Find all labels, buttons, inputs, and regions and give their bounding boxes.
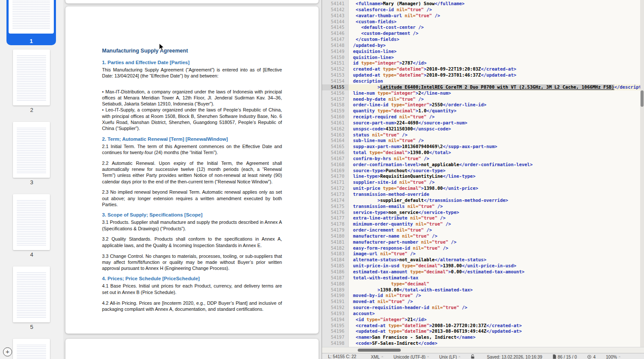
code-line[interactable]: 54174 >supplier_default</transmission-me… <box>322 198 644 204</box>
code-line[interactable]: 54165supp-aux-part-num>1013607940469\2</… <box>322 144 644 150</box>
code-line[interactable]: 54148/updated-by> <box>322 43 644 49</box>
code-text: moved-by-id nil="true" /> <box>349 293 644 299</box>
code-line[interactable]: 54178minimum-order-quantity nil="true" /… <box>322 221 644 227</box>
code-line[interactable]: 54149equisition-line> <box>322 49 644 55</box>
horizontal-scrollbar-thumb[interactable] <box>358 349 401 352</box>
code-line[interactable]: 54168order-confirmation-level>not_applic… <box>322 162 644 168</box>
line-number: 54143 <box>322 13 349 19</box>
code-line[interactable]: 54181manufacturer-part-number nil="true"… <box>322 239 644 245</box>
thumbnail-page-6[interactable] <box>13 339 50 359</box>
code-line[interactable]: 54192source-requisition-header-id nil="t… <box>322 305 644 311</box>
code-line[interactable]: 54142 <salesforce-id nil="true" /> <box>322 7 644 13</box>
code-line[interactable]: 54185unit-price-in-usd type="decimal">13… <box>322 263 644 269</box>
code-line[interactable]: 54146 <custom-department /> <box>322 31 644 37</box>
code-line[interactable]: 54151id type="integer">2787</id> <box>322 60 644 66</box>
document-paragraph: This Manufacturing Supply Agreement (“Ag… <box>102 67 282 79</box>
code-text: >supplier_default</transmission-method-o… <box>349 198 644 204</box>
code-line[interactable]: 54171supplier-site-id nil="true" /> <box>322 180 644 186</box>
code-text: quantity type="decimal">1.0</quantity> <box>349 108 644 114</box>
code-text: unit-price-in-usd type="decimal">1398.00… <box>349 263 644 269</box>
line-number: 54167 <box>322 156 349 162</box>
code-line-current[interactable]: 54155 >Latitude E6400;IntelREG CoreTM 2 … <box>322 84 644 90</box>
code-text: created-at type="dateTime">2010-09-22T19… <box>349 66 644 72</box>
thumbnail-page-3[interactable] <box>13 122 50 178</box>
code-text: transmission-emails nil="true" /> <box>349 204 644 210</box>
horizontal-scrollbar[interactable] <box>322 347 644 353</box>
document-view[interactable]: Manufacturing Supply Agreement 1. Partie… <box>63 0 322 359</box>
statusbar-item-xml[interactable]: XML^ <box>371 354 383 359</box>
code-line[interactable]: 54175transmission-emails nil="true" /> <box>322 204 644 210</box>
code-line[interactable]: 54162unspsc-code>4321150300</unspsc-code… <box>322 126 644 132</box>
code-line[interactable]: 54183image-url nil="true" /> <box>322 251 644 257</box>
statusbar-item-unix-lf[interactable]: Unix (LF)^ <box>439 354 460 359</box>
code-line[interactable]: 54143 <avatar-thumb-url nil="true" /> <box>322 13 644 19</box>
code-text: id type="integer">2787</id> <box>349 60 644 66</box>
code-line[interactable]: 54150quisition-line> <box>322 55 644 61</box>
code-line[interactable]: 54190moved-by-id nil="true" /> <box>322 293 644 299</box>
code-line[interactable]: 54194 <id type="integer">21</id> <box>322 317 644 323</box>
code-line[interactable]: 54198 <code>SF-Sales-Indirect</code> <box>322 340 644 347</box>
code-line[interactable]: 54141 <fullname>Mary (Manager) Snow</ful… <box>322 1 644 7</box>
code-line[interactable]: 54191moved-at nil="true" /> <box>322 299 644 305</box>
vertical-scrollbar[interactable] <box>640 0 644 347</box>
thumbnail-page-2[interactable] <box>13 50 50 105</box>
code-line[interactable]: 54167confirm-by-hrs nil="true" /> <box>322 156 644 162</box>
code-text: account> <box>349 311 644 317</box>
code-line[interactable]: 54144 <custom-fields> <box>322 19 644 25</box>
code-line[interactable]: 54179order-increment nil="true" /> <box>322 227 644 233</box>
code-text: <code>SF-Sales-Indirect</code> <box>349 340 644 347</box>
code-line[interactable]: 54184alternate-status>not_available</alt… <box>322 257 644 263</box>
code-line[interactable]: 54154description <box>322 78 644 84</box>
code-line[interactable]: 54180manufacturer-name nil="true" /> <box>322 233 644 239</box>
line-number: 54174 <box>322 198 349 204</box>
code-line[interactable]: 54145 <default-cost-center /> <box>322 25 644 31</box>
code-line[interactable]: 54156line-num type="integer">2</line-num… <box>322 90 644 96</box>
code-line[interactable]: 54169source-type>Punchout</source-type> <box>322 168 644 174</box>
line-number: 54162 <box>322 126 349 132</box>
code-line[interactable]: 54161source-part-num>224-4698</source-pa… <box>322 120 644 126</box>
line-number: 54193 <box>322 311 349 317</box>
code-line[interactable]: 54176service-type>non_service</service-t… <box>322 210 644 216</box>
code-line[interactable]: 54164sub-line-num nil="true" /> <box>322 138 644 144</box>
line-number: 54184 <box>322 257 349 263</box>
statusbar-item-saved-13-02-2026-10-16-39: Saved: 13.02.2026, 10:16:39 <box>487 354 542 359</box>
statusbar-item-unicode-utf-8[interactable]: Unicode (UTF-8)^ <box>393 354 429 359</box>
code-area[interactable]: 54141 <fullname>Mary (Manager) Snow</ful… <box>322 1 644 347</box>
code-line[interactable]: 54173transmission-method-override <box>322 192 644 198</box>
code-line[interactable]: 54157need-by-date nil="true" /> <box>322 96 644 102</box>
line-number: 54146 <box>322 31 349 37</box>
thumbnail-page-4[interactable] <box>13 194 50 250</box>
code-line[interactable]: 54158order-line-id type="integer">2550</… <box>322 102 644 108</box>
code-line[interactable]: 54186estimated-tax-amount type="decimal"… <box>322 269 644 275</box>
code-line[interactable]: 54153updated-at type="dateTime">2010-09-… <box>322 72 644 78</box>
code-line[interactable]: 54166total type="decimal">1398.00</total… <box>322 150 644 156</box>
code-line[interactable]: 54152created-at type="dateTime">2010-09-… <box>322 66 644 72</box>
plus-button[interactable]: + <box>3 347 12 356</box>
code-line[interactable]: 54193account> <box>322 311 644 317</box>
code-line[interactable]: 54188 type="decimal" <box>322 281 644 287</box>
code-text: quisition-line> <box>349 55 644 61</box>
code-line[interactable]: 54197 <name>San Francisco - Sales, Indir… <box>322 334 644 340</box>
code-line[interactable]: 54163status nil="true" /> <box>322 132 644 138</box>
code-text: /updated-by> <box>349 43 644 49</box>
code-line[interactable]: 54189 >1398.00</total-with-estimated-tax… <box>322 287 644 293</box>
vertical-scrollbar-thumb[interactable] <box>641 90 644 107</box>
code-line[interactable]: 54196 <updated-at type="dateTime">2013-0… <box>322 328 644 334</box>
code-line[interactable]: 54159quantity type="decimal">1.0</quanti… <box>322 108 644 114</box>
code-line[interactable]: 54182easy-form-response-id nil="true" /> <box>322 245 644 251</box>
code-line[interactable]: 54172unit-price type="decimal">1398.00</… <box>322 186 644 192</box>
thumbnail-page-1-selected[interactable]: 1 <box>6 0 56 45</box>
code-line[interactable]: 54170line-type>RequisitionQuantityLine</… <box>322 173 644 180</box>
line-number: 54147 <box>322 37 349 43</box>
code-text: <fullname>Mary (Manager) Snow</fullname> <box>349 1 644 7</box>
code-line[interactable]: 54187total-with-estimated-tax <box>322 275 644 281</box>
code-line[interactable]: 54147 </custom-fields> <box>322 37 644 43</box>
code-line[interactable]: 54160receipt-required nil="true" /> <box>322 114 644 120</box>
statusbar-item-100[interactable]: 100%^ <box>606 354 620 359</box>
code-line[interactable]: 54177extra-line-attribute nil="true" /> <box>322 215 644 221</box>
code-line[interactable]: 54195 <created-at type="dateTime">2008-1… <box>322 323 644 329</box>
statusbar-label: Unicode (UTF-8) <box>393 355 425 359</box>
thumbnail-page-5[interactable] <box>13 266 50 322</box>
line-number: 54177 <box>322 215 349 221</box>
line-number: 54176 <box>322 210 349 216</box>
